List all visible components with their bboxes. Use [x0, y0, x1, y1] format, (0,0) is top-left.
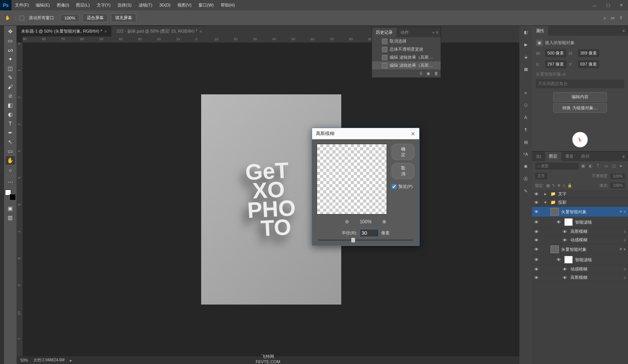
layer-row[interactable]: 👁👁智能滤镜: [532, 255, 628, 265]
visibility-icon[interactable]: 👁: [534, 200, 540, 205]
marquee-tool[interactable]: ▭: [6, 36, 15, 45]
strip-brush-icon[interactable]: ✎: [522, 187, 530, 195]
strip-aa-icon[interactable]: ᴬA: [522, 150, 530, 158]
visibility-icon[interactable]: 👁: [534, 229, 540, 234]
quickmask-tool[interactable]: ▣: [6, 204, 15, 212]
tab-properties[interactable]: 属性: [532, 26, 548, 36]
radius-slider[interactable]: [318, 239, 413, 241]
history-new-doc-icon[interactable]: ⎘: [420, 71, 423, 76]
visibility-icon[interactable]: 👁: [534, 267, 540, 272]
strip-font-icon[interactable]: Ⓐ: [522, 175, 530, 183]
visibility-icon[interactable]: 👁: [534, 275, 540, 280]
layer-filter-input[interactable]: ⌕ 类型: [535, 163, 579, 170]
prop-y[interactable]: 697 像素: [578, 60, 599, 68]
strip-slider-icon[interactable]: ≡: [522, 89, 530, 97]
fit-screen-button[interactable]: 适合屏幕: [83, 13, 108, 22]
lasso-tool[interactable]: ᔕ: [6, 46, 15, 54]
lock-move-icon[interactable]: ✥: [557, 183, 560, 188]
blend-mode-select[interactable]: 正常: [535, 173, 547, 180]
menu-编辑(E)[interactable]: 编辑(E): [32, 0, 53, 10]
prop-h[interactable]: 389 像素: [578, 49, 599, 57]
edit-content-button[interactable]: 编辑内容: [553, 92, 607, 102]
tab-history[interactable]: 历史记录: [372, 28, 397, 37]
zoom-out-icon[interactable]: ⊖: [345, 219, 349, 224]
tab-close-icon[interactable]: ×: [200, 29, 202, 34]
minimize-button[interactable]: —: [588, 0, 601, 10]
prop-w[interactable]: 500 像素: [545, 49, 566, 57]
dialog-preview[interactable]: [317, 144, 387, 214]
menu-文字(Y)[interactable]: 文字(Y): [93, 0, 114, 10]
document-tab[interactable]: 222 - 副本.psd @ 50% (图层 15, RGB/8#) *×: [112, 26, 207, 36]
lock-artboard-icon[interactable]: ▯: [563, 183, 565, 188]
zoom-100-button[interactable]: 100%: [60, 14, 79, 22]
layer-row[interactable]: 👁👁智能滤镜: [532, 217, 628, 227]
pen-tool[interactable]: ✒: [6, 128, 15, 137]
menu-选择(S)[interactable]: 选择(S): [114, 0, 135, 10]
menu-帮助(H)[interactable]: 帮助(H): [217, 0, 238, 10]
tab-paths[interactable]: 路径: [577, 152, 593, 161]
menu-3D(D)[interactable]: 3D(D): [156, 0, 174, 10]
filter-smart-icon[interactable]: ◫: [612, 163, 617, 169]
visibility-icon[interactable]: 👁: [534, 238, 540, 242]
edit-toolbar[interactable]: ⋯: [6, 178, 15, 186]
scroll-all-checkbox[interactable]: [20, 16, 24, 20]
menu-视图(V)[interactable]: 视图(V): [174, 0, 195, 10]
panels-icon[interactable]: ▭: [611, 15, 615, 20]
preview-checkbox[interactable]: 预览(P): [392, 184, 415, 189]
strip-link-icon[interactable]: ⬙: [522, 53, 530, 61]
cancel-button[interactable]: 取消: [392, 163, 415, 179]
layer-row[interactable]: 👁矢量智能对象👁 ▾: [532, 244, 628, 255]
layer-row[interactable]: 👁▸📁文字: [532, 190, 628, 198]
strip-align-icon[interactable]: ▤: [522, 138, 530, 146]
lock-pixels-icon[interactable]: ▦: [546, 183, 550, 188]
fill-screen-button[interactable]: 填充屏幕: [111, 13, 136, 22]
dialog-close-icon[interactable]: ✕: [411, 131, 415, 137]
layer-row[interactable]: 👁👁高斯模糊≡: [532, 273, 628, 282]
visibility-icon[interactable]: 👁: [534, 192, 540, 196]
filter-toggle-icon[interactable]: ●: [620, 163, 625, 169]
document-tab[interactable]: 未标题-1 @ 50% (矢量智能对象, RGB/8#) *×: [17, 26, 111, 36]
visibility-icon[interactable]: 👁: [534, 247, 540, 252]
layer-row[interactable]: 👁矢量智能对象👁 ▾: [532, 207, 628, 217]
opacity-input[interactable]: 100%: [610, 173, 625, 179]
share-icon[interactable]: ⇪: [619, 15, 623, 20]
history-item[interactable]: 取消选择: [372, 37, 441, 45]
visibility-icon[interactable]: 👁: [534, 220, 540, 224]
maximize-button[interactable]: ▢: [601, 0, 615, 10]
strip-user-icon[interactable]: ⚇: [522, 101, 530, 109]
eyedropper-tool[interactable]: ✎: [6, 73, 15, 82]
layer-row[interactable]: 👁👁动感模糊≡: [532, 236, 628, 244]
brush-tool[interactable]: 🖌: [6, 82, 15, 91]
layer-row[interactable]: 👁👁高斯模糊≡: [532, 227, 628, 236]
layer-comp-select[interactable]: 不应用图层复合: [536, 79, 624, 88]
visibility-icon[interactable]: 👁: [534, 209, 540, 214]
layer-row[interactable]: 👁▾📁投影: [532, 198, 628, 207]
strip-grid-icon[interactable]: ▦: [522, 65, 530, 73]
lock-all-icon[interactable]: 🔒: [567, 183, 572, 188]
tab-channels[interactable]: 通道: [561, 152, 577, 161]
tab-actions[interactable]: 动作: [397, 28, 413, 37]
zoom-tool[interactable]: ⌕: [6, 165, 15, 174]
shape-tool[interactable]: ▭: [6, 147, 15, 155]
eraser-tool[interactable]: ◧: [6, 101, 15, 109]
history-item[interactable]: 编辑 滤镜效果（高斯…: [372, 61, 441, 69]
history-item[interactable]: 总体不透明度更改: [372, 45, 441, 53]
fill-input[interactable]: 100%: [610, 183, 625, 188]
menu-图像(I)[interactable]: 图像(I): [53, 0, 73, 10]
search-icon[interactable]: ⌕: [603, 15, 606, 20]
layer-row[interactable]: 👁👁动感模糊≡: [532, 265, 628, 273]
tab-layers[interactable]: 图层: [545, 152, 561, 161]
prop-x[interactable]: 297 像素: [545, 60, 566, 68]
filter-image-icon[interactable]: ▣: [581, 163, 587, 169]
filter-type-icon[interactable]: T: [597, 163, 602, 169]
screenmode-tool[interactable]: ▥: [6, 213, 15, 222]
history-snapshot-icon[interactable]: ◉: [426, 71, 430, 76]
visibility-icon[interactable]: 👁: [534, 257, 540, 262]
path-select-tool[interactable]: ↖: [6, 138, 15, 146]
menu-文件(F)[interactable]: 文件(F): [12, 0, 32, 10]
menu-窗口(W)[interactable]: 窗口(W): [195, 0, 217, 10]
color-swatch[interactable]: [5, 189, 16, 200]
lock-brush-icon[interactable]: ✎: [552, 183, 555, 188]
wand-tool[interactable]: ✦: [6, 55, 15, 63]
ok-button[interactable]: 确定: [392, 144, 415, 160]
